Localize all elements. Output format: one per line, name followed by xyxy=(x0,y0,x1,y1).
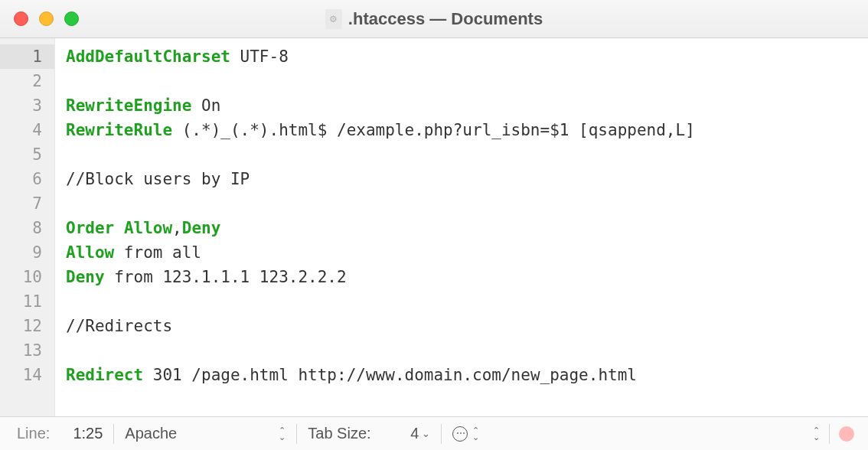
window-controls xyxy=(14,11,79,26)
code-line[interactable] xyxy=(66,191,868,216)
text-token: from 123.1.1.1 123.2.2.2 xyxy=(105,268,347,286)
keyword-token: Allow xyxy=(124,219,172,237)
keyword-token: Deny xyxy=(182,219,221,237)
line-number[interactable]: 7 xyxy=(0,191,54,216)
line-number-gutter[interactable]: 1234567891011121314 xyxy=(0,38,55,416)
statusbar-separator xyxy=(441,424,442,444)
status-dot-icon[interactable] xyxy=(839,426,854,442)
smile-icon xyxy=(452,426,468,442)
code-line[interactable] xyxy=(66,289,868,314)
text-token xyxy=(114,219,124,237)
statusbar-separator xyxy=(113,424,114,444)
cursor-position[interactable]: Line: 1:25 xyxy=(9,417,110,450)
code-line[interactable] xyxy=(66,69,868,93)
keyword-token: RewriteRule xyxy=(66,121,172,139)
minimize-window-button[interactable] xyxy=(39,11,54,26)
window-title-wrap: .htaccess — Documents xyxy=(0,9,868,29)
text-token: On xyxy=(191,96,220,115)
keyword-token: Allow xyxy=(66,243,114,262)
text-token: //Redirects xyxy=(66,317,172,335)
keyword-token: Deny xyxy=(66,268,105,286)
text-token: , xyxy=(172,219,182,237)
text-token: (.*)_(.*).html$ /example.php?url_isbn=$1… xyxy=(172,121,695,139)
emoji-picker[interactable]: ⌃⌄ xyxy=(445,417,487,450)
text-token: 301 /page.html http://www.domain.com/new… xyxy=(143,366,637,384)
line-number[interactable]: 3 xyxy=(0,93,54,118)
zoom-window-button[interactable] xyxy=(64,11,79,26)
code-line[interactable] xyxy=(66,142,868,167)
text-token: //Block users by IP xyxy=(66,170,250,188)
stepper-icon[interactable]: ⌃⌄ xyxy=(813,427,820,441)
stepper-icon: ⌃⌄ xyxy=(279,427,286,441)
statusbar-separator xyxy=(829,424,830,444)
code-line[interactable]: Allow from all xyxy=(66,240,868,265)
code-line[interactable] xyxy=(66,338,868,363)
chevron-down-icon: ⌄ xyxy=(422,428,430,439)
editor: 1234567891011121314 AddDefaultCharset UT… xyxy=(0,38,868,416)
code-line[interactable]: //Redirects xyxy=(66,314,868,338)
tab-size-selector[interactable]: Tab Size: 4 ⌄ xyxy=(300,417,438,450)
tab-size-value: 4 xyxy=(410,425,419,442)
code-line[interactable]: RewriteEngine On xyxy=(66,93,868,118)
keyword-token: AddDefaultCharset xyxy=(66,47,230,66)
text-token: UTF-8 xyxy=(230,47,289,66)
line-number[interactable]: 2 xyxy=(0,69,54,93)
statusbar: Line: 1:25 Apache ⌃⌄ Tab Size: 4 ⌄ ⌃⌄ ⌃⌄ xyxy=(0,416,868,450)
titlebar[interactable]: .htaccess — Documents xyxy=(0,0,868,38)
close-window-button[interactable] xyxy=(14,11,28,26)
line-number[interactable]: 9 xyxy=(0,240,54,265)
line-number[interactable]: 5 xyxy=(0,142,54,167)
line-number[interactable]: 1 xyxy=(0,44,54,69)
language-label: Apache xyxy=(125,425,177,442)
line-number[interactable]: 6 xyxy=(0,167,54,191)
language-selector[interactable]: Apache ⌃⌄ xyxy=(117,417,293,450)
line-number[interactable]: 14 xyxy=(0,363,54,387)
code-line[interactable]: //Block users by IP xyxy=(66,167,868,191)
line-number[interactable]: 8 xyxy=(0,216,54,240)
code-line[interactable]: Deny from 123.1.1.1 123.2.2.2 xyxy=(66,265,868,289)
code-line[interactable]: RewriteRule (.*)_(.*).html$ /example.php… xyxy=(66,118,868,142)
statusbar-separator xyxy=(296,424,297,444)
line-label: Line: xyxy=(17,425,50,442)
file-icon xyxy=(325,9,342,29)
line-number[interactable]: 12 xyxy=(0,314,54,338)
window-title: .htaccess — Documents xyxy=(348,9,543,29)
line-value: 1:25 xyxy=(50,425,103,442)
keyword-token: RewriteEngine xyxy=(66,96,191,115)
line-number[interactable]: 13 xyxy=(0,338,54,363)
line-number[interactable]: 4 xyxy=(0,118,54,142)
code-line[interactable]: Redirect 301 /page.html http://www.domai… xyxy=(66,363,868,387)
code-line[interactable]: AddDefaultCharset UTF-8 xyxy=(66,44,868,69)
tab-size-label: Tab Size: xyxy=(308,425,370,442)
code-line[interactable]: Order Allow,Deny xyxy=(66,216,868,240)
keyword-token: Redirect xyxy=(66,366,143,384)
text-token: from all xyxy=(114,243,201,262)
code-area[interactable]: AddDefaultCharset UTF-8RewriteEngine OnR… xyxy=(55,38,868,416)
line-number[interactable]: 11 xyxy=(0,289,54,314)
stepper-icon: ⌃⌄ xyxy=(472,427,479,441)
line-number[interactable]: 10 xyxy=(0,265,54,289)
keyword-token: Order xyxy=(66,219,114,237)
